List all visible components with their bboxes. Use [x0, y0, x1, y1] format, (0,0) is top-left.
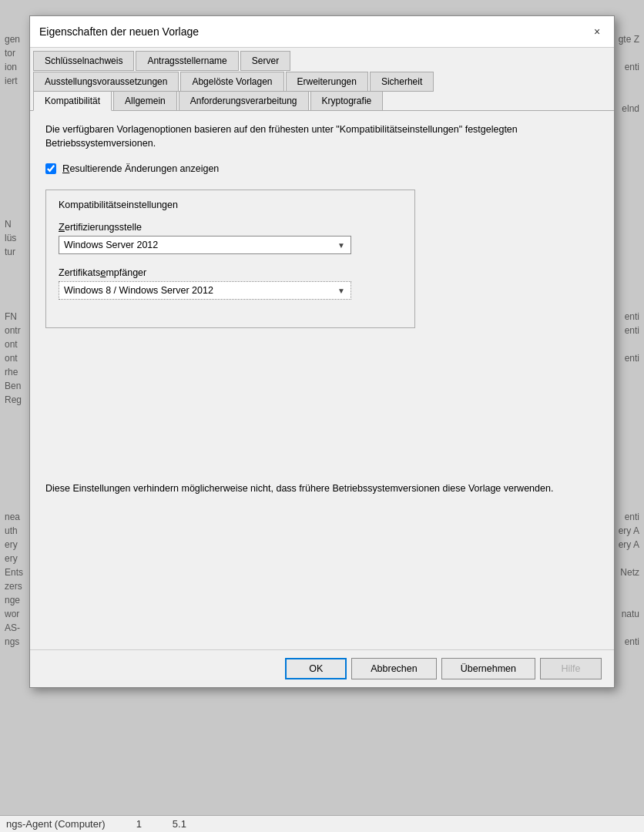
close-button[interactable]: × [589, 24, 605, 39]
tab-antragsstellername[interactable]: Antragsstellername [136, 51, 238, 71]
cancel-button[interactable]: Abbrechen [351, 658, 436, 679]
dialog-titlebar: Eigenschaften der neuen Vorlage × [30, 16, 614, 48]
bottom-note: Diese Einstellungen verhindern möglicher… [45, 482, 599, 496]
tabs-area: Schlüsselnachweis Antragsstellername Ser… [30, 48, 614, 110]
tab-ausstellungsvoraussetzungen[interactable]: Ausstellungsvoraussetzungen [33, 72, 179, 92]
apply-button[interactable]: Übernehmen [441, 658, 535, 679]
tab-server[interactable]: Server [240, 51, 290, 71]
description-text: Die verfügbaren Vorlagenoptionen basiere… [45, 123, 599, 150]
tab-kompatibilitat[interactable]: Kompatibilität [33, 91, 112, 111]
tab-allgemein[interactable]: Allgemein [113, 91, 177, 111]
tab-schlusselnachweis[interactable]: Schlüsselnachweis [33, 51, 134, 71]
tab-erweiterungen[interactable]: Erweiterungen [286, 72, 368, 92]
tabs-row-1: Schlüsselnachweis Antragsstellername Ser… [33, 51, 611, 70]
ok-button[interactable]: OK [285, 658, 347, 679]
dialog-content: Die verfügbaren Vorlagenoptionen basiere… [30, 110, 614, 649]
cert-authority-label: Zertifizierungsstelle [59, 221, 402, 233]
help-button[interactable]: Hilfe [540, 658, 602, 679]
cert-recipient-select[interactable]: Windows 8 / Windows Server 2012 Windows … [59, 281, 351, 300]
tab-kryptografie[interactable]: Kryptografie [310, 91, 384, 111]
tab-abgeloste-vorlagen[interactable]: Abgelöste Vorlagen [180, 72, 283, 92]
cert-authority-select[interactable]: Windows Server 2012 Windows Server 2008 … [59, 236, 351, 254]
show-changes-label[interactable]: Resultierende Änderungen anzeigen [62, 163, 219, 174]
settings-group: Kompatibilitätseinstellungen Zertifizier… [45, 190, 415, 328]
show-changes-checkbox[interactable] [45, 163, 56, 174]
dialog-footer: OK Abbrechen Übernehmen Hilfe [30, 649, 614, 687]
tabs-row-2: Ausstellungsvoraussetzungen Abgelöste Vo… [33, 72, 611, 91]
tab-sicherheit[interactable]: Sicherheit [370, 72, 434, 92]
dialog-title: Eigenschaften der neuen Vorlage [39, 25, 199, 38]
checkbox-row: Resultierende Änderungen anzeigen [45, 163, 599, 174]
tab-anforderungsverarbeitung[interactable]: Anforderungsverarbeitung [179, 91, 309, 111]
dialog-overlay: Eigenschaften der neuen Vorlage × Schlüs… [0, 0, 644, 832]
settings-group-title: Kompatibilitätseinstellungen [59, 200, 402, 210]
cert-recipient-label: Zertifikatsempfänger [59, 267, 402, 278]
tabs-row-3: Kompatibilität Allgemein Anforderungsver… [33, 91, 611, 110]
cert-authority-wrapper: Windows Server 2012 Windows Server 2008 … [59, 236, 351, 254]
cert-recipient-wrapper: Windows 8 / Windows Server 2012 Windows … [59, 281, 351, 300]
properties-dialog: Eigenschaften der neuen Vorlage × Schlüs… [29, 15, 615, 688]
